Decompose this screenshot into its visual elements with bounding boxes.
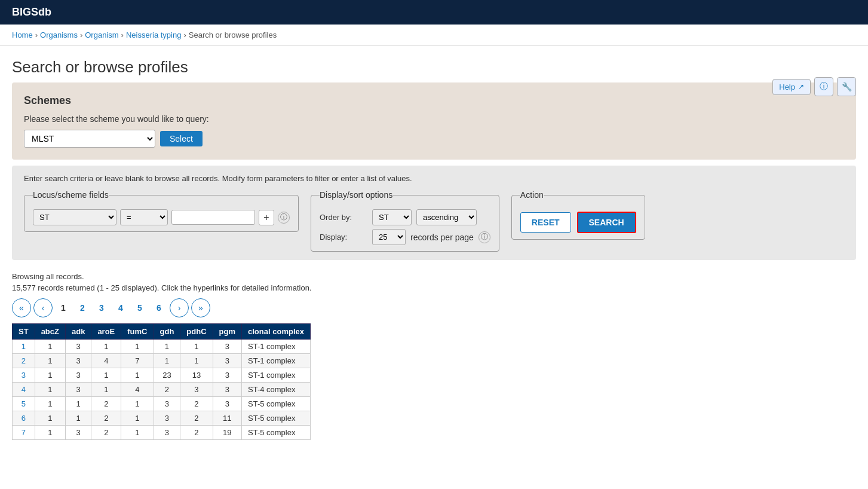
last-page-button[interactable]: »	[191, 298, 210, 317]
table-row: 3131123133ST-1 complex	[13, 368, 311, 383]
cell-pdhc: 1	[180, 354, 213, 368]
select-scheme-button[interactable]: Select	[160, 131, 203, 146]
breadcrumb: Home › Organisms › Organism › Neisseria …	[0, 25, 868, 46]
action-buttons: RESET SEARCH	[520, 212, 636, 233]
st-link[interactable]: 4	[22, 385, 26, 394]
col-fumc: fumC	[121, 324, 154, 340]
table-body: 11311113ST-1 complex21347113ST-1 complex…	[13, 340, 311, 440]
cell-abcz: 1	[35, 368, 65, 383]
search-description: Enter search criteria or leave blank to …	[24, 174, 844, 183]
st-link[interactable]: 7	[22, 428, 26, 437]
browsing-text: Browsing all records.	[12, 272, 856, 281]
cell-fumc: 1	[121, 340, 154, 354]
help-button[interactable]: Help ↗	[772, 79, 811, 95]
add-criterion-button[interactable]: +	[259, 210, 274, 225]
scheme-select[interactable]: MLST	[24, 130, 155, 148]
cell-clonal: ST-1 complex	[242, 340, 311, 354]
cell-pgm: 19	[213, 426, 241, 440]
cell-gdh: 3	[154, 397, 180, 411]
schemes-title: Schemes	[24, 94, 844, 107]
display-sort-fieldset: Display/sort options Order by: ST abcZ a…	[311, 190, 499, 252]
locus-row: ST abcZ adk aroE fumC gdh pdhC pgm = != …	[33, 209, 290, 225]
col-clonal: clonal complex	[242, 324, 311, 340]
results-table: ST abcZ adk aroE fumC gdh pdhC pgm clona…	[12, 323, 311, 440]
prev-page-button[interactable]: ‹	[33, 298, 53, 317]
top-icon-bar: Help ↗ ⓘ 🔧	[772, 77, 856, 96]
cell-pdhc: 2	[180, 426, 213, 440]
first-page-button[interactable]: «	[12, 298, 31, 317]
cell-fumc: 1	[121, 426, 154, 440]
table-row: 11311113ST-1 complex	[13, 340, 311, 354]
settings-icon-button[interactable]: 🔧	[837, 77, 856, 96]
cell-aroe: 1	[91, 340, 121, 354]
sort-direction-select[interactable]: ascending descending	[416, 209, 477, 225]
cell-abcz: 1	[35, 354, 65, 368]
st-link[interactable]: 3	[22, 371, 26, 380]
cell-adk: 1	[65, 411, 91, 426]
cell-abcz: 1	[35, 411, 65, 426]
page-2-link[interactable]: 2	[74, 299, 91, 316]
records-per-page-label: records per page	[410, 233, 474, 242]
page-title-area: Search or browse profiles	[0, 46, 868, 82]
page-1-link[interactable]: 1	[55, 299, 72, 316]
schemes-section: Schemes Please select the scheme you wou…	[12, 82, 856, 160]
table-row: 41314233ST-4 complex	[13, 383, 311, 397]
cell-clonal: ST-4 complex	[242, 383, 311, 397]
cell-gdh: 3	[154, 411, 180, 426]
cell-clonal: ST-5 complex	[242, 411, 311, 426]
next-page-button[interactable]: ›	[170, 298, 189, 317]
col-adk: adk	[65, 324, 91, 340]
results-area: Browsing all records. 15,577 records ret…	[0, 266, 868, 446]
cell-gdh: 1	[154, 354, 180, 368]
cell-aroe: 2	[91, 397, 121, 411]
page-4-link[interactable]: 4	[112, 299, 129, 316]
operator-select[interactable]: = != < > <= >= contains starts with	[120, 209, 168, 225]
records-per-page-select[interactable]: 10 25 50 100 200	[372, 229, 406, 245]
cell-fumc: 4	[121, 383, 154, 397]
page-6-link[interactable]: 6	[151, 299, 167, 316]
reset-button[interactable]: RESET	[520, 212, 571, 233]
breadcrumb-home[interactable]: Home	[12, 30, 33, 39]
display-info-icon[interactable]: ⓘ	[479, 231, 490, 243]
locus-value-input[interactable]	[171, 210, 255, 225]
col-gdh: gdh	[154, 324, 180, 340]
search-section: Enter search criteria or leave blank to …	[12, 166, 856, 260]
cell-pgm: 3	[213, 383, 241, 397]
breadcrumb-neisseria[interactable]: Neisseria typing	[126, 30, 182, 39]
st-link[interactable]: 5	[22, 399, 26, 408]
cell-gdh: 1	[154, 340, 180, 354]
search-button[interactable]: SEARCH	[577, 212, 636, 233]
st-link[interactable]: 1	[22, 342, 26, 351]
breadcrumb-organism[interactable]: Organism	[85, 30, 118, 39]
cell-aroe: 1	[91, 383, 121, 397]
display-row: Display: 10 25 50 100 200 records per pa…	[320, 229, 490, 245]
cell-pdhc: 13	[180, 368, 213, 383]
locus-info-icon[interactable]: ⓘ	[278, 212, 290, 224]
order-by-select[interactable]: ST abcZ adk aroE fumC gdh pdhC pgm	[372, 209, 412, 225]
breadcrumb-current: Search or browse profiles	[189, 30, 277, 39]
page-5-link[interactable]: 5	[131, 299, 148, 316]
sep2: ›	[80, 30, 82, 39]
st-link[interactable]: 6	[22, 414, 26, 423]
cell-abcz: 1	[35, 397, 65, 411]
info-icon-button[interactable]: ⓘ	[814, 77, 833, 96]
col-st: ST	[13, 324, 35, 340]
table-row: 51121323ST-5 complex	[13, 397, 311, 411]
pagination: « ‹ 1 2 3 4 5 6 › »	[12, 298, 856, 317]
app-title: BIGSdb	[12, 6, 51, 18]
cell-pgm: 11	[213, 411, 241, 426]
cell-aroe: 2	[91, 411, 121, 426]
breadcrumb-organisms[interactable]: Organisms	[40, 30, 78, 39]
col-pdhc: pdhC	[180, 324, 213, 340]
order-by-label: Order by:	[320, 213, 367, 222]
cell-adk: 3	[65, 340, 91, 354]
schemes-description: Please select the scheme you would like …	[24, 114, 844, 124]
help-label: Help	[779, 82, 795, 91]
cell-adk: 3	[65, 368, 91, 383]
sep4: ›	[183, 30, 186, 39]
page-3-link[interactable]: 3	[93, 299, 110, 316]
st-link[interactable]: 2	[22, 356, 26, 365]
col-pgm: pgm	[213, 324, 241, 340]
locus-select[interactable]: ST abcZ adk aroE fumC gdh pdhC pgm	[33, 209, 116, 225]
scheme-select-row: MLST Select	[24, 130, 844, 148]
